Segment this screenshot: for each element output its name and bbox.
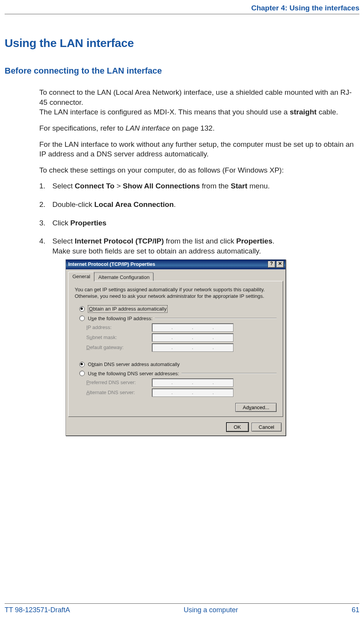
section-title: Using the LAN interface: [5, 37, 359, 50]
tab-general[interactable]: General: [68, 272, 94, 282]
ip-input: ...: [152, 323, 233, 332]
para-1b-pre: The LAN interface is configured as MDI-X…: [39, 108, 290, 116]
chapter-header: Chapter 4: Using the interfaces: [5, 4, 359, 14]
para-1b-bold: straight: [290, 108, 317, 116]
radio-obtain-dns-auto[interactable]: Obtain DNS server address automatically: [75, 361, 277, 368]
steps-list: Select Connect To > Show All Connections…: [39, 181, 359, 436]
para-2-italic: LAN interface: [126, 124, 170, 132]
subsection-title: Before connecting to the LAN interface: [5, 66, 359, 76]
para-2-post: on page 132.: [170, 124, 215, 132]
para-2-pre: For specifications, refer to: [39, 124, 126, 132]
footer-doc-id: TT 98-123571-DraftA: [5, 606, 70, 614]
tab-panel-general: You can get IP settings assigned automat…: [68, 281, 283, 417]
para-1a: To connect to the LAN (Local Area Networ…: [39, 88, 352, 106]
field-label: IP address:: [86, 324, 148, 331]
field-default-gateway: Default gateway:...: [86, 343, 277, 352]
field-subnet-mask: Subnet mask:...: [86, 333, 277, 342]
radio-icon: [79, 371, 85, 376]
help-button[interactable]: ?: [268, 261, 275, 268]
field-label: Default gateway:: [86, 344, 148, 351]
step-item: Select Internet Protocol (TCP/IP) from t…: [39, 236, 359, 436]
radio-use-following-ip[interactable]: Use the following IP address:: [75, 315, 277, 322]
step-item: Click Properties: [39, 218, 359, 228]
radio-obtain-ip-auto[interactable]: Obtain an IP address automatically: [75, 305, 277, 313]
dialog-titlebar: Internet Protocol (TCP/IP) Properties?✕: [66, 260, 285, 269]
radio-use-following-dns[interactable]: Use the following DNS server addresses:: [75, 370, 277, 377]
field-label: Alternate DNS server:: [86, 389, 148, 396]
tcpip-properties-dialog: Internet Protocol (TCP/IP) Properties?✕G…: [65, 259, 286, 436]
dialog-description: You can get IP settings assigned automat…: [75, 287, 277, 300]
field-label: Subnet mask:: [86, 334, 148, 341]
ip-input: ...: [152, 378, 233, 387]
field-alternate-dns: Alternate DNS server:...: [86, 388, 277, 397]
radio-label: Obtain DNS server address automatically: [88, 361, 179, 368]
step-item: Double-click Local Area Connection.: [39, 200, 359, 210]
footer-section: Using a computer: [184, 606, 238, 614]
ip-input: ...: [152, 343, 233, 352]
field-label: Preferred DNS server:: [86, 379, 148, 386]
advanced-button[interactable]: Advanced...: [235, 403, 277, 412]
ip-input: ...: [152, 388, 233, 397]
radio-label: Obtain an IP address automatically: [88, 305, 168, 313]
radio-icon: [79, 306, 85, 312]
close-button[interactable]: ✕: [276, 261, 284, 268]
field-ip-address: IP address:...: [86, 323, 277, 332]
ok-button[interactable]: OK: [226, 423, 248, 432]
step-item: Select Connect To > Show All Connections…: [39, 181, 359, 191]
para-4: To check these settings on your computer…: [39, 165, 359, 175]
para-1b-post: cable.: [317, 108, 338, 116]
body-content: To connect to the LAN (Local Area Networ…: [39, 87, 359, 444]
page-footer: TT 98-123571-DraftA Using a computer 61: [5, 603, 359, 618]
field-preferred-dns: Preferred DNS server:...: [86, 378, 277, 387]
cancel-button[interactable]: Cancel: [252, 423, 282, 432]
footer-page-number: 61: [352, 606, 359, 614]
para-3: For the LAN interface to work without an…: [39, 139, 359, 159]
radio-icon: [79, 362, 85, 367]
ip-input: ...: [152, 333, 233, 342]
dialog-title: Internet Protocol (TCP/IP) Properties: [68, 261, 155, 268]
radio-icon: [79, 316, 85, 321]
